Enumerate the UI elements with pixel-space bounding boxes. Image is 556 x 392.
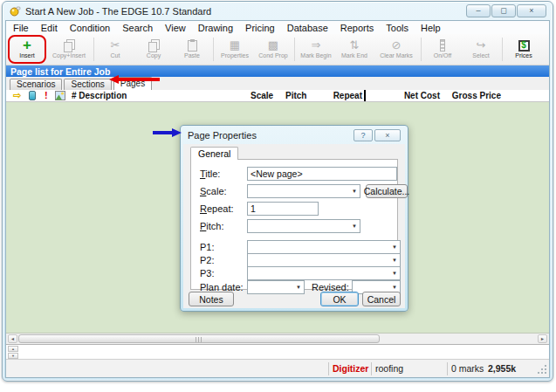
copy-button[interactable]: Copy bbox=[134, 35, 173, 64]
copy-icon bbox=[148, 39, 160, 52]
p1-combo[interactable]: ▼ bbox=[247, 240, 401, 254]
toolbar-separator bbox=[213, 38, 214, 61]
column-net-cost[interactable]: Net Cost bbox=[390, 91, 440, 100]
status-digitizer: Digitizer bbox=[329, 363, 371, 374]
toolbar: + Insert Copy+Insert ✂ Cut Copy Paste bbox=[6, 34, 549, 65]
column-description[interactable]: # Description bbox=[72, 91, 127, 100]
cond-prop-button[interactable]: ▩ Cond Prop bbox=[254, 35, 292, 64]
toolbar-separator bbox=[294, 38, 295, 61]
p2-combo[interactable]: ▼ bbox=[247, 253, 401, 267]
menu-item-pricing[interactable]: Pricing bbox=[245, 23, 275, 33]
insert-button[interactable]: + Insert bbox=[8, 35, 46, 64]
condition-grid-icon: ▩ bbox=[268, 39, 278, 52]
digitizer-column-icon bbox=[29, 91, 36, 102]
scissors-icon: ✂ bbox=[111, 39, 120, 52]
red-annotation-arrow bbox=[109, 75, 160, 84]
dialog-title: Page Properties bbox=[188, 130, 257, 141]
menu-item-reports[interactable]: Reports bbox=[340, 23, 374, 33]
paste-button[interactable]: Paste bbox=[173, 35, 211, 64]
title-label: Title: bbox=[200, 168, 220, 179]
plus-icon: + bbox=[23, 39, 31, 52]
scrollbar-thumb[interactable] bbox=[18, 334, 380, 343]
status-mode: roofing bbox=[372, 363, 447, 374]
status-memory: 2,955k bbox=[484, 363, 530, 374]
column-pitch[interactable]: Pitch bbox=[285, 91, 306, 100]
toggle-bar-icon bbox=[440, 39, 445, 52]
properties-button[interactable]: ▦ Properties bbox=[216, 35, 254, 64]
minimize-icon[interactable]: – bbox=[466, 4, 491, 17]
cancel-button[interactable]: Cancel bbox=[362, 292, 401, 306]
clipboard-icon bbox=[188, 40, 197, 52]
dialog-body: General Title: Scale: ▼ Calculate... Rep… bbox=[183, 144, 405, 308]
horizontal-scrollbar[interactable]: ◄ ► bbox=[6, 334, 549, 344]
menu-item-tools[interactable]: Tools bbox=[386, 23, 408, 33]
repeat-label: Repeat: bbox=[200, 203, 234, 214]
pitch-combo[interactable]: ▼ bbox=[247, 219, 360, 233]
p3-combo[interactable]: ▼ bbox=[247, 266, 401, 280]
scroll-left-icon[interactable]: ◄ bbox=[8, 334, 17, 343]
notes-button[interactable]: Notes bbox=[189, 292, 234, 306]
mark-end-button[interactable]: ⇅ Mark End bbox=[335, 35, 374, 64]
p3-label: P3: bbox=[200, 268, 215, 279]
title-field[interactable] bbox=[247, 167, 397, 181]
tab-general[interactable]: General bbox=[190, 147, 238, 160]
page-list-caption: Page list for Entire Job bbox=[6, 65, 549, 77]
menu-item-edit[interactable]: Edit bbox=[41, 23, 58, 33]
on-off-button[interactable]: On/Off bbox=[423, 35, 462, 64]
column-divider bbox=[364, 90, 366, 101]
ok-button[interactable]: OK bbox=[320, 292, 359, 306]
calculate-button[interactable]: Calculate... bbox=[366, 184, 408, 198]
menu-item-view[interactable]: View bbox=[165, 23, 186, 33]
repeat-field[interactable] bbox=[247, 202, 319, 216]
column-repeat[interactable]: Repeat bbox=[320, 91, 362, 100]
chevron-down-icon: ▼ bbox=[392, 258, 397, 263]
splitter-panel: ▲ ▼ bbox=[6, 344, 549, 359]
copy-insert-button[interactable]: Copy+Insert bbox=[46, 35, 92, 64]
chevron-down-icon: ▼ bbox=[352, 189, 357, 194]
menu-item-search[interactable]: Search bbox=[122, 23, 153, 33]
close-icon[interactable]: × bbox=[517, 4, 546, 17]
status-marks: 0 marks bbox=[448, 363, 484, 374]
grid-header: ⇨ ! # Description Scale Pitch Repeat Net… bbox=[6, 90, 549, 102]
chevron-down-icon: ▼ bbox=[392, 271, 397, 276]
curved-arrow-icon: ↪ bbox=[477, 39, 486, 52]
dialog-close-icon[interactable]: × bbox=[374, 129, 401, 141]
menu-item-condition[interactable]: Condition bbox=[70, 23, 110, 33]
tab-sections[interactable]: Sections bbox=[64, 79, 111, 90]
scale-combo[interactable]: ▼ bbox=[247, 184, 360, 198]
scale-label: Scale: bbox=[200, 186, 227, 196]
blue-annotation-arrow bbox=[153, 128, 182, 137]
menu-item-drawing[interactable]: Drawing bbox=[198, 23, 233, 33]
dialog-help-icon[interactable]: ? bbox=[354, 129, 373, 141]
mark-begin-button[interactable]: ⇒ Mark Begin bbox=[297, 35, 335, 64]
select-button[interactable]: ↪ Select bbox=[462, 35, 500, 64]
resize-grip[interactable] bbox=[545, 372, 546, 374]
menu-item-database[interactable]: Database bbox=[287, 23, 328, 33]
prices-button[interactable]: $ Prices bbox=[505, 35, 543, 64]
scroll-right-icon[interactable]: ► bbox=[538, 334, 547, 343]
column-gross-price[interactable]: Gross Price bbox=[442, 91, 501, 100]
maximize-icon[interactable]: ◻ bbox=[491, 4, 516, 17]
tab-scenarios[interactable]: Scenarios bbox=[10, 79, 62, 90]
titlebar[interactable]: Start A New Job - The EDGE 10.7 Standard… bbox=[3, 2, 553, 20]
toolbar-separator bbox=[421, 38, 422, 61]
menubar: File Edit Condition Search View Drawing … bbox=[6, 21, 549, 34]
slash-circle-icon: ⊘ bbox=[392, 39, 402, 52]
warning-column-icon: ! bbox=[45, 90, 48, 100]
dialog-titlebar[interactable]: Page Properties ? × bbox=[181, 126, 408, 144]
column-scale[interactable]: Scale bbox=[251, 91, 273, 100]
cut-button[interactable]: ✂ Cut bbox=[96, 35, 134, 64]
chevron-down-icon: ▼ bbox=[392, 244, 397, 250]
clear-marks-button[interactable]: ⊘ Clear Marks bbox=[374, 35, 419, 64]
p2-label: P2: bbox=[200, 255, 215, 265]
menu-item-help[interactable]: Help bbox=[421, 23, 441, 33]
toolbar-separator bbox=[502, 38, 503, 61]
splitter-up-icon[interactable]: ▲ bbox=[8, 346, 18, 352]
app-icon bbox=[9, 5, 21, 17]
chevron-down-icon: ▼ bbox=[296, 285, 301, 290]
menu-item-file[interactable]: File bbox=[13, 23, 29, 33]
copy-insert-icon bbox=[63, 39, 75, 52]
splitter-down-icon[interactable]: ▼ bbox=[8, 353, 18, 359]
arrow-right-icon: ⇒ bbox=[312, 39, 321, 52]
properties-grid-icon: ▦ bbox=[230, 39, 240, 52]
